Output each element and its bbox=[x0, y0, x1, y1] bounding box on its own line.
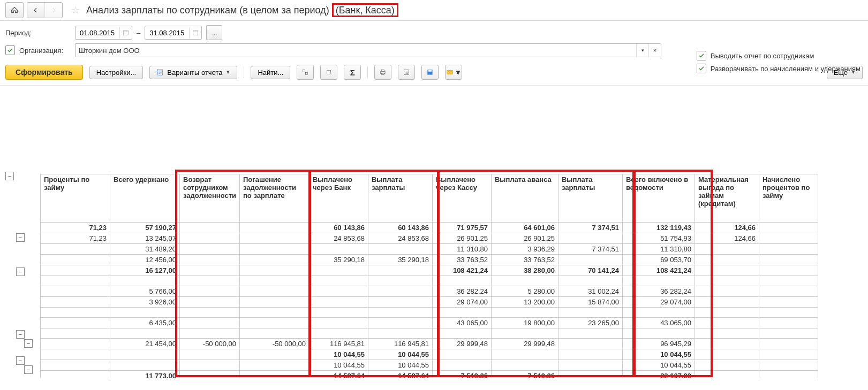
email-button[interactable]: ▼ bbox=[445, 65, 462, 80]
cell: 11 773,00 bbox=[110, 371, 180, 378]
cell: 10 044,55 bbox=[368, 349, 432, 360]
collapse-all-button[interactable] bbox=[320, 65, 337, 80]
tree-toggle[interactable]: − bbox=[16, 233, 25, 242]
cell bbox=[180, 297, 240, 308]
tree-toggle[interactable]: − bbox=[24, 365, 33, 374]
cell bbox=[368, 286, 432, 297]
cell bbox=[180, 244, 240, 255]
cell: 12 456,00 bbox=[110, 255, 180, 265]
column-header: Выплата зарплаты bbox=[368, 174, 432, 223]
table-row bbox=[41, 308, 818, 318]
opt-employees-checkbox[interactable] bbox=[697, 51, 706, 60]
cell bbox=[695, 360, 759, 371]
cell bbox=[759, 297, 818, 308]
date-dash: – bbox=[137, 29, 140, 37]
chevron-down-icon: ▼ bbox=[455, 68, 462, 77]
cell bbox=[432, 276, 491, 286]
date-from-input[interactable] bbox=[79, 27, 119, 39]
back-button[interactable] bbox=[27, 3, 44, 18]
cell: 35 290,18 bbox=[368, 255, 432, 265]
tree-toggle[interactable]: − bbox=[16, 330, 25, 339]
home-button[interactable] bbox=[5, 2, 24, 18]
settings-button[interactable]: Настройки... bbox=[89, 66, 144, 79]
cell: 71,23 bbox=[41, 233, 110, 244]
form-button[interactable]: Сформировать bbox=[5, 65, 83, 80]
table-row: 6 435,0043 065,0019 800,0023 265,0043 06… bbox=[41, 318, 818, 328]
cell: 71 975,57 bbox=[432, 223, 491, 233]
cell bbox=[180, 223, 240, 233]
period-picker-button[interactable]: ... bbox=[206, 25, 222, 40]
find-button[interactable]: Найти... bbox=[251, 66, 290, 79]
tree-expand-icon bbox=[301, 68, 309, 76]
arrow-left-icon bbox=[32, 6, 40, 14]
cell bbox=[759, 223, 818, 233]
cell bbox=[41, 255, 110, 265]
cell: 7 519,36 bbox=[432, 371, 491, 378]
cell bbox=[110, 328, 180, 339]
cell bbox=[110, 360, 180, 371]
sum-button[interactable]: Σ bbox=[344, 65, 361, 80]
calendar-from-button[interactable] bbox=[119, 27, 132, 39]
cell bbox=[180, 349, 240, 360]
cell: 13 245,07 bbox=[110, 233, 180, 244]
tree-toggle[interactable]: − bbox=[16, 356, 25, 365]
org-select[interactable]: Шторкин дом ООО ▾ × bbox=[75, 43, 661, 57]
cell bbox=[180, 233, 240, 244]
cell bbox=[695, 328, 759, 339]
calendar-to-button[interactable] bbox=[189, 27, 201, 39]
tree-toggle[interactable]: − bbox=[24, 339, 33, 348]
cell bbox=[239, 328, 309, 339]
preview-button[interactable] bbox=[398, 65, 415, 80]
cell bbox=[558, 349, 622, 360]
cell bbox=[759, 360, 818, 371]
table-row bbox=[41, 276, 818, 286]
svg-rect-1 bbox=[193, 31, 198, 35]
cell bbox=[695, 276, 759, 286]
cell bbox=[695, 244, 759, 255]
org-filter-checkbox[interactable] bbox=[5, 45, 15, 55]
cell: 51 754,93 bbox=[622, 233, 695, 244]
svg-rect-6 bbox=[381, 71, 385, 74]
cell: 29 999,48 bbox=[491, 339, 558, 349]
report-icon bbox=[156, 68, 164, 76]
cell bbox=[239, 308, 309, 318]
cell: 5 766,00 bbox=[110, 286, 180, 297]
cell bbox=[432, 328, 491, 339]
table-row: 21 454,00-50 000,00-50 000,00116 945,811… bbox=[41, 339, 818, 349]
cell: 24 853,68 bbox=[368, 233, 432, 244]
check-icon bbox=[698, 52, 705, 59]
cell bbox=[759, 286, 818, 297]
cell bbox=[368, 276, 432, 286]
cell bbox=[695, 349, 759, 360]
org-dropdown-button[interactable]: ▾ bbox=[636, 44, 648, 57]
column-header: Выплата зарплаты bbox=[558, 174, 622, 223]
opt-expand-checkbox[interactable] bbox=[697, 64, 706, 73]
cell bbox=[239, 244, 309, 255]
column-header: Начислено процентов по займу bbox=[759, 174, 818, 223]
cell bbox=[110, 308, 180, 318]
variants-button[interactable]: Варианты отчета ▼ bbox=[149, 66, 237, 79]
cell bbox=[180, 255, 240, 265]
cell bbox=[309, 328, 368, 339]
tree-toggle[interactable]: − bbox=[5, 172, 14, 180]
cell: 64 601,06 bbox=[491, 223, 558, 233]
svg-point-10 bbox=[406, 72, 409, 74]
cell bbox=[759, 265, 818, 276]
forward-button bbox=[44, 3, 62, 18]
print-button[interactable] bbox=[374, 65, 391, 80]
cell bbox=[309, 308, 368, 318]
check-icon bbox=[7, 47, 13, 53]
cell: 11 310,80 bbox=[622, 244, 695, 255]
column-header: Погашение задолженности по зарплате bbox=[239, 174, 309, 223]
save-button[interactable] bbox=[421, 65, 439, 80]
date-to-input[interactable] bbox=[148, 27, 189, 39]
org-clear-button[interactable]: × bbox=[648, 44, 661, 57]
favorite-icon[interactable]: ☆ bbox=[71, 4, 80, 16]
table-row: 12 456,0035 290,1835 290,1833 763,5233 7… bbox=[41, 255, 818, 265]
tree-toggle[interactable]: − bbox=[16, 267, 25, 276]
column-header: Проценты по займу bbox=[41, 174, 110, 223]
cell bbox=[695, 371, 759, 378]
save-icon bbox=[426, 68, 434, 76]
expand-all-button[interactable] bbox=[297, 65, 314, 80]
table-row: 3 926,0029 074,0013 200,0015 874,0029 07… bbox=[41, 297, 818, 308]
